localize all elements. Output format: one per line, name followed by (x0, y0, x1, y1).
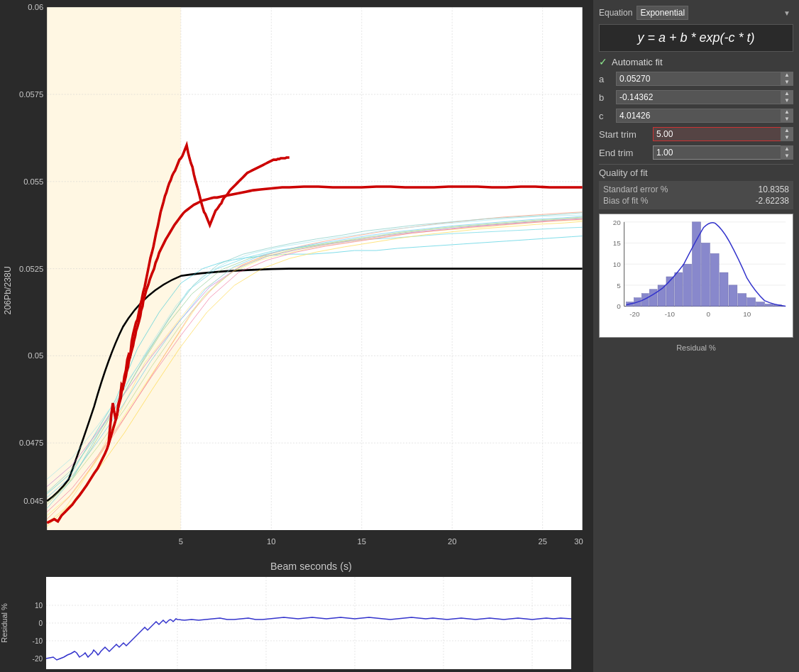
start-trim-spinner: ▲ ▼ (781, 127, 793, 141)
quality-title: Quality of fit (599, 167, 793, 178)
histogram-x-label: Residual % (599, 343, 793, 352)
start-trim-label: Start trim (599, 129, 649, 140)
auto-fit-checkmark: ✓ (599, 56, 607, 67)
svg-text:0.0475: 0.0475 (19, 439, 43, 447)
param-c-up[interactable]: ▲ (781, 109, 793, 116)
svg-rect-75 (701, 243, 710, 307)
start-trim-input-wrapper: ▲ ▼ (653, 127, 793, 141)
param-a-input-wrapper: ▲ ▼ (616, 72, 793, 86)
svg-text:206Pb/238U: 206Pb/238U (3, 266, 13, 314)
param-b-up[interactable]: ▲ (781, 90, 793, 97)
svg-text:0.055: 0.055 (23, 177, 43, 186)
bias-label: Bias of fit % (603, 196, 648, 206)
param-a-row: a ▲ ▼ (599, 72, 793, 86)
param-b-input-wrapper: ▲ ▼ (616, 90, 793, 104)
param-b-input[interactable] (616, 90, 793, 104)
param-a-input[interactable] (616, 72, 793, 86)
svg-rect-78 (729, 285, 737, 307)
svg-text:0.0575: 0.0575 (19, 90, 43, 99)
svg-text:Beam seconds (s): Beam seconds (s) (270, 561, 352, 572)
param-a-down[interactable]: ▼ (781, 79, 793, 86)
svg-rect-80 (747, 298, 756, 307)
end-trim-spinner: ▲ ▼ (781, 145, 793, 160)
svg-text:15: 15 (358, 537, 366, 546)
svg-text:30: 30 (574, 537, 583, 546)
end-trim-input[interactable] (653, 145, 793, 160)
svg-rect-77 (720, 272, 728, 306)
param-a-up[interactable]: ▲ (781, 72, 793, 79)
svg-text:0: 0 (707, 310, 711, 318)
param-a-label: a (599, 74, 612, 84)
end-trim-input-wrapper: ▲ ▼ (653, 145, 793, 160)
svg-text:-10: -10 (33, 637, 43, 645)
end-trim-row: End trim ▲ ▼ (599, 145, 793, 160)
end-trim-up[interactable]: ▲ (781, 145, 793, 153)
svg-text:10: 10 (35, 602, 43, 610)
std-error-value: 10.8358 (759, 184, 789, 194)
svg-text:0.045: 0.045 (23, 497, 43, 505)
param-c-label: c (599, 111, 612, 121)
svg-text:-10: -10 (665, 310, 676, 318)
end-trim-label: End trim (599, 148, 649, 158)
formula-box: y = a + b * exp(-c * t) (599, 24, 793, 52)
svg-text:5: 5 (179, 537, 183, 546)
svg-rect-69 (649, 290, 657, 307)
residual-chart: 10 0 -10 -20 5 10 15 20 25 30 Residual % (0, 573, 593, 672)
main-chart: 0.06 0.0575 0.055 0.0525 0.05 0.0475 0.0… (0, 0, 593, 573)
svg-text:Residual %: Residual % (0, 603, 9, 643)
std-error-row: Standard error % 10.8358 (603, 184, 789, 195)
svg-text:10: 10 (267, 537, 275, 546)
svg-text:-20: -20 (629, 310, 640, 318)
start-trim-up[interactable]: ▲ (781, 127, 793, 134)
equation-select[interactable]: Exponential (637, 6, 688, 20)
equation-label: Equation (599, 8, 632, 18)
svg-text:20: 20 (448, 537, 456, 546)
param-c-input-wrapper: ▲ ▼ (616, 109, 793, 123)
param-b-label: b (599, 92, 612, 103)
start-trim-input[interactable] (653, 127, 793, 141)
right-panel: Equation Exponential y = a + b * exp(-c … (593, 0, 799, 672)
svg-rect-82 (765, 304, 773, 307)
param-b-spinner: ▲ ▼ (781, 90, 793, 104)
svg-text:5: 5 (617, 282, 621, 290)
svg-text:0.06: 0.06 (28, 3, 43, 11)
param-b-row: b ▲ ▼ (599, 90, 793, 104)
svg-text:-20: -20 (33, 655, 43, 663)
svg-rect-79 (738, 294, 746, 307)
bias-row: Bias of fit % -2.62238 (603, 195, 789, 206)
svg-text:10: 10 (613, 260, 621, 268)
start-trim-row: Start trim ▲ ▼ (599, 127, 793, 141)
histogram-area: 20 15 10 5 0 -20 -10 0 10 (599, 214, 793, 338)
svg-text:25: 25 (538, 537, 546, 546)
svg-rect-73 (683, 264, 692, 306)
param-c-row: c ▲ ▼ (599, 109, 793, 123)
start-trim-down[interactable]: ▼ (781, 134, 793, 141)
auto-fit-label: Automatic fit (612, 57, 663, 67)
svg-rect-72 (675, 272, 683, 306)
equation-select-wrapper[interactable]: Exponential (637, 6, 793, 20)
quality-section: Quality of fit Standard error % 10.8358 … (599, 164, 793, 209)
std-error-label: Standard error % (603, 184, 668, 194)
svg-text:0.05: 0.05 (28, 351, 43, 360)
param-a-spinner: ▲ ▼ (781, 72, 793, 86)
auto-fit-row: ✓ Automatic fit (599, 56, 793, 67)
end-trim-down[interactable]: ▼ (781, 153, 793, 160)
svg-text:0: 0 (38, 619, 43, 627)
equation-row: Equation Exponential (599, 6, 793, 20)
svg-text:20: 20 (613, 219, 621, 226)
svg-text:0: 0 (617, 302, 621, 310)
bias-value: -2.62238 (756, 196, 789, 206)
param-c-input[interactable] (616, 109, 793, 123)
svg-text:15: 15 (613, 239, 621, 247)
param-b-down[interactable]: ▼ (781, 97, 793, 104)
svg-rect-76 (710, 253, 719, 306)
svg-rect-81 (756, 302, 765, 307)
svg-text:10: 10 (743, 310, 751, 318)
svg-text:0.0525: 0.0525 (19, 265, 43, 273)
param-c-down[interactable]: ▼ (781, 116, 793, 123)
param-c-spinner: ▲ ▼ (781, 109, 793, 123)
